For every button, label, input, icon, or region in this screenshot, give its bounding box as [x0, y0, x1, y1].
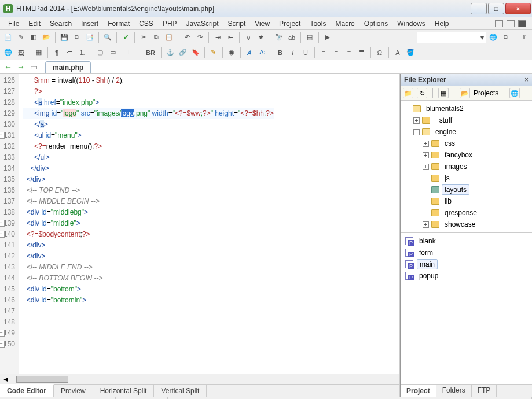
paste-icon[interactable]: 📋: [163, 32, 175, 43]
menu-help[interactable]: Help: [430, 19, 454, 29]
underline-icon[interactable]: U: [300, 47, 311, 58]
fe-projects-label[interactable]: Projects: [474, 89, 498, 97]
run-icon[interactable]: ▶: [322, 32, 333, 43]
save-icon[interactable]: 💾: [58, 32, 70, 43]
menu-project[interactable]: Project: [274, 19, 305, 29]
file-item-form[interactable]: form: [402, 247, 531, 258]
font-style-icon[interactable]: A: [244, 47, 255, 58]
new-html-icon[interactable]: ✎: [15, 32, 27, 43]
tree-item-engine[interactable]: −engine: [402, 126, 531, 138]
snippets-icon[interactable]: ▤: [304, 32, 315, 43]
code-editor[interactable]: 1261271281291301311321331341351361371381…: [0, 74, 399, 374]
align-justify-icon[interactable]: ≣: [356, 47, 368, 58]
italic-icon[interactable]: I: [287, 47, 299, 58]
fe-up-icon[interactable]: 📁: [403, 88, 413, 98]
window-minimize-button[interactable]: _: [471, 3, 487, 14]
tree-item-qresponse[interactable]: qresponse: [402, 207, 531, 219]
tree-item-showcase[interactable]: +showcase: [402, 219, 531, 230]
fe-refresh-icon[interactable]: ↻: [417, 88, 427, 98]
editor-tab-vertical-split[interactable]: Vertical Split: [154, 385, 207, 397]
comment-icon[interactable]: //: [243, 32, 254, 43]
align-right-icon[interactable]: ≡: [343, 47, 355, 58]
highlight-color-icon[interactable]: A: [392, 47, 403, 58]
document-tab[interactable]: main.php: [45, 61, 91, 73]
folder-tree[interactable]: blumentals2+_stuff−engine+css+fancybox+i…: [401, 101, 532, 233]
file-item-main[interactable]: main: [402, 258, 531, 270]
redo-icon[interactable]: ↷: [194, 32, 206, 43]
window-close-button[interactable]: ×: [505, 3, 531, 14]
nav-back-icon[interactable]: ←: [3, 62, 13, 72]
check-icon[interactable]: ✔: [120, 32, 131, 43]
window-maximize-button[interactable]: □: [488, 3, 504, 14]
upload-icon[interactable]: ⇧: [518, 32, 530, 43]
new-code-icon[interactable]: ◧: [28, 32, 39, 43]
menu-css[interactable]: CSS: [134, 19, 158, 29]
entity-icon[interactable]: Ω: [374, 47, 386, 58]
fe-projects-icon[interactable]: 📂: [460, 88, 470, 98]
mdi-close-icon[interactable]: [518, 20, 526, 27]
editor-tab-code-editor[interactable]: Code Editor: [0, 384, 54, 397]
list-ol-icon[interactable]: 1.: [76, 47, 88, 58]
mdi-minimize-icon[interactable]: [495, 20, 503, 27]
table-icon[interactable]: ▦: [33, 47, 45, 58]
tree-item-images[interactable]: +images: [402, 161, 531, 172]
nav-forward-icon[interactable]: →: [16, 62, 25, 72]
mdi-restore-icon[interactable]: [507, 20, 515, 27]
menu-javascript[interactable]: JavaScript: [182, 19, 223, 29]
menu-search[interactable]: Search: [45, 19, 76, 29]
save-all-icon[interactable]: ⧉: [71, 32, 83, 43]
nav-home-icon[interactable]: ▭: [29, 62, 38, 72]
anchor-icon[interactable]: ⚓: [164, 47, 176, 58]
tree-item-layouts[interactable]: layouts: [402, 184, 531, 195]
tree-item-lib[interactable]: lib: [402, 195, 531, 207]
editor-tab-preview[interactable]: Preview: [54, 385, 93, 397]
copy-icon[interactable]: ⧉: [151, 32, 162, 43]
file-item-popup[interactable]: popup: [402, 270, 531, 282]
undo-icon[interactable]: ↶: [181, 32, 193, 43]
bookmark-icon[interactable]: ★: [255, 32, 267, 43]
br-label[interactable]: BR: [143, 47, 158, 58]
horizontal-scrollbar[interactable]: ◄: [0, 374, 399, 384]
highlight-icon[interactable]: ✎: [208, 47, 219, 58]
menu-php[interactable]: PHP: [158, 19, 182, 29]
menu-tools[interactable]: Tools: [305, 19, 331, 29]
image-icon[interactable]: 🖼: [15, 47, 27, 58]
menu-file[interactable]: File: [3, 19, 24, 29]
toolbar-combo[interactable]: ▾: [417, 32, 486, 43]
fe-globe-icon[interactable]: 🌐: [509, 88, 520, 98]
bold-icon[interactable]: B: [274, 47, 286, 58]
outdent-icon[interactable]: ⇤: [225, 32, 236, 43]
menu-view[interactable]: View: [250, 19, 274, 29]
tree-item-_stuff[interactable]: +_stuff: [402, 114, 531, 126]
fe-tab-folders[interactable]: Folders: [436, 385, 472, 397]
tree-item-css[interactable]: +css: [402, 138, 531, 149]
globe-icon[interactable]: 🌐: [2, 47, 14, 58]
fe-tab-ftp[interactable]: FTP: [472, 385, 497, 397]
list-ul-icon[interactable]: ≔: [64, 47, 75, 58]
open-icon[interactable]: 📂: [41, 32, 52, 43]
div-icon[interactable]: ▢: [94, 47, 106, 58]
align-center-icon[interactable]: ≡: [331, 47, 342, 58]
browser-test-icon[interactable]: 🌐: [487, 32, 499, 43]
para-icon[interactable]: ¶: [51, 47, 63, 58]
span-icon[interactable]: ▭: [107, 47, 119, 58]
fill-color-icon[interactable]: 🪣: [405, 47, 416, 58]
replace-icon[interactable]: ab: [286, 32, 298, 43]
menu-macro[interactable]: Macro: [331, 19, 359, 29]
save-as-icon[interactable]: 📑: [84, 32, 96, 43]
find-icon[interactable]: 🔍: [102, 32, 113, 43]
browser-multi-icon[interactable]: ⧉: [500, 32, 512, 43]
cut-icon[interactable]: ✂: [138, 32, 149, 43]
tree-item-js[interactable]: js: [402, 172, 531, 184]
link-icon[interactable]: 🔗: [177, 47, 189, 58]
tree-item-blumentals2[interactable]: blumentals2: [402, 103, 531, 114]
indent-icon[interactable]: ⇥: [212, 32, 223, 43]
binoculars-icon[interactable]: 🔭: [273, 32, 285, 43]
bookmark2-icon[interactable]: 🔖: [190, 47, 201, 58]
new-file-icon[interactable]: 📄: [2, 32, 14, 43]
menu-insert[interactable]: Insert: [76, 19, 103, 29]
menu-edit[interactable]: Edit: [24, 19, 45, 29]
editor-tab-horizontal-split[interactable]: Horizontal Split: [93, 385, 155, 397]
fe-tab-project[interactable]: Project: [401, 385, 436, 397]
align-left-icon[interactable]: ≡: [318, 47, 329, 58]
